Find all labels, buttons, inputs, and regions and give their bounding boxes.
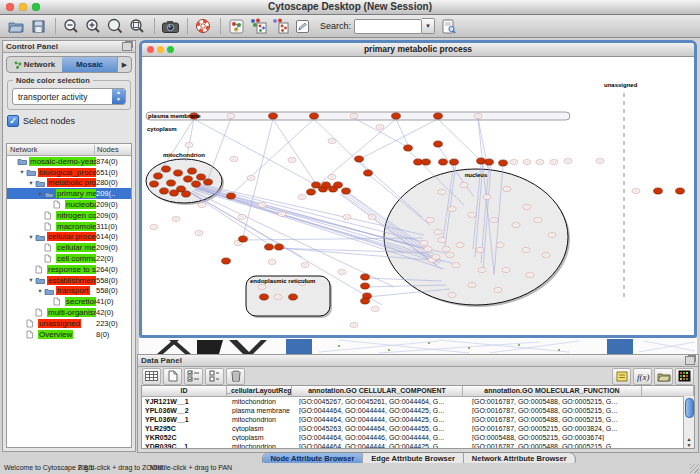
network-canvas[interactable]: plasma membranemitochondrionnucleusendop… bbox=[142, 57, 694, 338]
tree-row[interactable]: cellular metabol209(0) bbox=[7, 242, 131, 253]
tree-row[interactable]: ▼transport558(0) bbox=[7, 286, 131, 297]
tree-row-node-count: 651(0) bbox=[96, 168, 131, 177]
column-header[interactable]: annotation.GO CELLULAR_COMPONENT bbox=[292, 386, 463, 396]
attribute-matrix-icon[interactable] bbox=[675, 368, 694, 385]
table-row[interactable]: YDR039C__1mitochondrion[GO:0044464, GO:0… bbox=[142, 442, 694, 449]
tree-row[interactable]: unassigned223(0) bbox=[7, 318, 131, 329]
node-color-selection-group: Node color selection transporter activit… bbox=[7, 80, 131, 110]
tree-rows: mosaic-demo-yeast874(0)▼biological_proce… bbox=[7, 156, 131, 340]
layout-copy-icon[interactable] bbox=[248, 17, 268, 36]
zoom-in-icon[interactable] bbox=[83, 17, 103, 36]
folder-icon bbox=[35, 276, 47, 284]
network-leaf-icon bbox=[26, 319, 38, 328]
tree-column-network[interactable]: Network bbox=[7, 145, 95, 154]
tree-row-label: nucleobase- bbox=[65, 200, 96, 209]
table-vertical-scrollbar[interactable]: ▲▼ bbox=[683, 396, 694, 448]
tree-row[interactable]: mosaic-demo-yeast874(0) bbox=[7, 156, 131, 167]
expand-triangle-icon[interactable]: ▼ bbox=[18, 169, 26, 175]
svg-text:cytoplasm: cytoplasm bbox=[147, 126, 177, 132]
help-icon[interactable] bbox=[193, 17, 213, 36]
table-cell: YDR039C__1 bbox=[142, 443, 229, 449]
table-cell: [GO:0016787, GO:0005488, GO:0005215, G..… bbox=[469, 416, 650, 423]
tree-row-label: primary metabo bbox=[56, 189, 96, 198]
search-dropdown-icon[interactable]: ▾ bbox=[422, 18, 435, 34]
zoom-out-icon[interactable] bbox=[61, 17, 81, 36]
table-row[interactable]: YJR121W__1mitochondrion[GO:0045267, GO:0… bbox=[142, 397, 694, 406]
tree-row-label: establishment of lo bbox=[47, 276, 96, 285]
label-icon[interactable] bbox=[612, 368, 631, 385]
tree-row[interactable]: Overview8(0) bbox=[7, 329, 131, 340]
tree-row[interactable]: ▼cellular process614(0) bbox=[7, 232, 131, 243]
expand-triangle-icon[interactable]: ▼ bbox=[36, 288, 44, 294]
tree-row[interactable]: ▼biological_process651(0) bbox=[7, 167, 131, 178]
node-color-select[interactable]: transporter activity ▲▼ bbox=[12, 88, 126, 105]
table-row[interactable]: YKR052Ccytoplasm[GO:0044464, GO:0044446,… bbox=[142, 433, 694, 442]
select-all-attributes-icon[interactable] bbox=[184, 368, 203, 385]
tree-row[interactable]: ▼establishment of lo558(0) bbox=[7, 275, 131, 286]
tree-row[interactable]: nitrogen compo209(0) bbox=[7, 210, 131, 221]
tab-overflow-icon[interactable]: ▶ bbox=[117, 57, 131, 72]
network-leaf-icon bbox=[53, 297, 65, 306]
column-header[interactable]: annotation.GO MOLECULAR_FUNCTION bbox=[463, 386, 642, 396]
search-input[interactable] bbox=[354, 19, 422, 34]
column-header[interactable]: ID bbox=[142, 386, 227, 396]
tree-row[interactable]: cell communicat22(0) bbox=[7, 253, 131, 264]
expand-triangle-icon[interactable]: ▼ bbox=[27, 234, 35, 240]
tab-mosaic[interactable]: Mosaic bbox=[62, 57, 117, 72]
window-titlebar[interactable]: Cytoscape Desktop (New Session) bbox=[0, 0, 700, 15]
tree-row-label: nitrogen compo bbox=[56, 211, 96, 220]
scrollbar-arrows-icon[interactable]: ▲▼ bbox=[684, 436, 694, 448]
tree-row[interactable]: ▼metabolic process280(0) bbox=[7, 178, 131, 189]
tab-network[interactable]: Network bbox=[7, 57, 62, 72]
table-row[interactable]: YPL036W__1mitochondrion[GO:0044464, GO:0… bbox=[142, 415, 694, 424]
tree-row-node-count: 209(0) bbox=[96, 211, 131, 220]
expand-triangle-icon[interactable]: ▼ bbox=[27, 277, 35, 283]
table-cell: [GO:0016787, GO:0005488, GO:0005215, G..… bbox=[469, 398, 650, 405]
tree-row[interactable]: secretion41(0) bbox=[7, 296, 131, 307]
tree-row[interactable]: ▼primary metabo209(.. bbox=[7, 188, 131, 199]
table-row[interactable]: YLR295Ccytoplasm[GO:0045263, GO:0044464,… bbox=[142, 424, 694, 433]
save-session-icon[interactable] bbox=[28, 17, 48, 36]
network-window-titlebar[interactable]: primary metabolic process bbox=[142, 43, 694, 57]
advanced-search-icon[interactable] bbox=[439, 17, 459, 36]
tree-row-label: multi-organism pro bbox=[47, 308, 96, 317]
tree-row-node-count: 223(0) bbox=[96, 319, 131, 328]
tree-row-label: cell communicat bbox=[56, 254, 96, 263]
expand-triangle-icon[interactable]: ▼ bbox=[36, 191, 44, 197]
select-attributes-icon[interactable] bbox=[142, 368, 161, 385]
tree-row[interactable]: nucleobase-209(0) bbox=[7, 199, 131, 210]
zoom-selected-icon[interactable] bbox=[105, 17, 125, 36]
column-header[interactable]: _cellularLayoutRegion bbox=[227, 386, 292, 396]
unselect-all-attributes-icon[interactable] bbox=[205, 368, 224, 385]
window-title: Cytoscape Desktop (New Session) bbox=[0, 1, 700, 12]
tree-row[interactable]: response to stimul264(0) bbox=[7, 264, 131, 275]
svg-text:mitochondrion: mitochondrion bbox=[163, 152, 205, 158]
create-attribute-icon[interactable] bbox=[163, 368, 182, 385]
float-data-panel-icon[interactable] bbox=[685, 356, 695, 365]
table-cell: [GO:0016787, GO:0005488, GO:0005215, G..… bbox=[469, 443, 650, 449]
float-panel-icon[interactable] bbox=[122, 42, 132, 51]
tree-row[interactable]: multi-organism pro42(0) bbox=[7, 307, 131, 318]
network-leaf-icon bbox=[44, 243, 56, 252]
expand-triangle-icon[interactable]: ▼ bbox=[27, 180, 35, 186]
scrollbar-thumb[interactable] bbox=[685, 398, 694, 418]
delete-attribute-icon[interactable] bbox=[226, 368, 245, 385]
zoom-fit-icon[interactable] bbox=[127, 17, 147, 36]
network-tree: Network Nodes mosaic-demo-yeast874(0)▼bi… bbox=[6, 143, 132, 448]
select-nodes-row: ✓ Select nodes bbox=[7, 115, 131, 127]
open-file-icon[interactable] bbox=[6, 17, 26, 36]
annotation-icon[interactable] bbox=[292, 17, 312, 36]
select-nodes-checkbox[interactable]: ✓ bbox=[7, 115, 19, 127]
tree-column-nodes[interactable]: Nodes bbox=[95, 145, 131, 154]
network-view-window[interactable]: primary metabolic process plasma membran… bbox=[139, 40, 697, 338]
table-row[interactable]: YPL036W__2plasma membrane[GO:0044464, GO… bbox=[142, 406, 694, 415]
window-resize-grip[interactable] bbox=[690, 464, 699, 473]
tree-row-label: macromolecule bbox=[56, 222, 96, 231]
vizmapper-icon[interactable] bbox=[226, 17, 246, 36]
layout-copy-alt-icon[interactable] bbox=[270, 17, 290, 36]
table-cell: YJR121W__1 bbox=[142, 398, 229, 405]
function-builder-icon[interactable]: f(x) bbox=[633, 368, 652, 385]
import-attributes-icon[interactable] bbox=[654, 368, 673, 385]
tree-row[interactable]: macromolecule311(0) bbox=[7, 221, 131, 232]
snapshot-icon[interactable] bbox=[160, 17, 180, 36]
